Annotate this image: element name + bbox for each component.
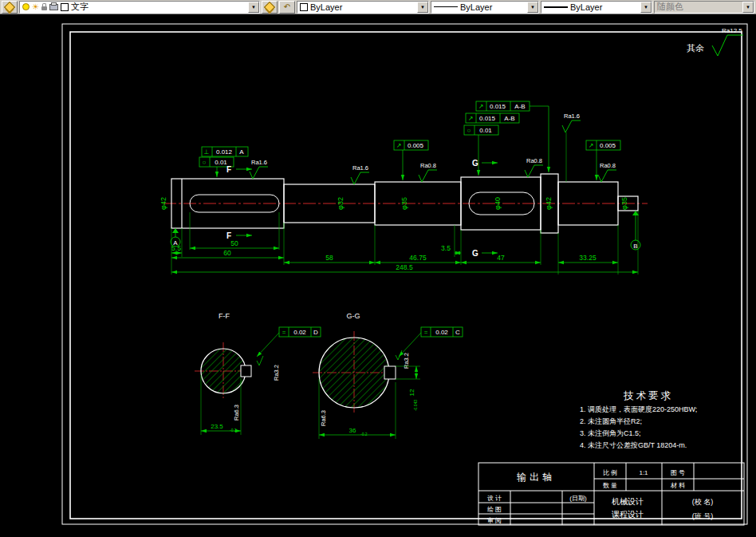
roughness-marks: Ra1.6 Ra1.6 Ra0.8 Ra0.8 Ra1.6	[250, 113, 616, 184]
dia-label-6: φ35	[620, 197, 628, 210]
title-block: 输出轴 比 例 1:1 图 号 数 量 材 料 设 计 (日期) 绘 图 审 阅…	[478, 463, 744, 525]
layer-combo[interactable]: ☀ 文字 ▼	[19, 1, 260, 14]
gdt-value: 0.005	[600, 142, 616, 149]
color-combo-value: ByLayer	[310, 2, 342, 12]
chevron-down-icon[interactable]: ▼	[742, 2, 754, 13]
section-view-gg: G-G = 0.02 C Ra3.2 12 -0.043 36 -0	[313, 312, 463, 439]
gdt-symbol: ○	[203, 159, 207, 166]
ff-tolerance-frame: = 0.02 D	[257, 327, 321, 357]
check-label: 审 阅	[487, 517, 502, 524]
scale-value: 1:1	[639, 469, 648, 476]
lineweight-sample-icon	[544, 6, 568, 8]
svg-text:Ra0.8: Ra0.8	[526, 157, 542, 164]
school-label: (校 名)	[692, 498, 714, 506]
layer-combo-value: 文字	[71, 1, 89, 13]
gdt-value: 0.005	[408, 142, 424, 149]
gdt-symbol: ↗	[589, 142, 594, 149]
ff-dim-label: 23.5	[211, 423, 223, 430]
gdt-symbol: ○	[467, 127, 471, 134]
color-swatch-icon	[300, 3, 308, 11]
svg-text:Ra0.8: Ra0.8	[600, 162, 616, 169]
gdt-value: 0.012	[216, 148, 233, 156]
main-shaft-view: 5.5 50 60 58 46.75 3.5 47 33.25 248.5 φ4…	[159, 101, 648, 274]
linetype-combo[interactable]: ByLayer ▼	[431, 1, 539, 14]
bulb-icon	[22, 3, 30, 10]
date-label: (日期)	[569, 495, 587, 502]
scale-label: 比 例	[603, 469, 617, 476]
datum-a-label: A	[173, 239, 178, 247]
tech-req-item: 3. 未注倒角为C1.5;	[580, 429, 641, 437]
linetype-sample-icon	[434, 6, 458, 7]
dia-label-4: φ40	[494, 197, 502, 210]
lock-icon	[41, 6, 47, 10]
undo-arrow-icon: ↶	[284, 3, 290, 11]
section-view-ff: F-F 23.5 -0.2 = 0.02 D Ra3.2 Ra6.3	[195, 312, 321, 435]
drawing-canvas[interactable]: 其余 Ra12.5	[0, 14, 756, 537]
plot-style-combo[interactable]: 随颜色 ▼	[654, 1, 754, 14]
dim-248-5: 248.5	[396, 263, 413, 271]
gdt-datum-ref: A-B	[504, 115, 514, 122]
layer-properties-button[interactable]	[2, 1, 18, 14]
org-line1: 机械设计	[612, 497, 644, 506]
note-prefix-label: 其余	[687, 43, 704, 53]
tolerance-frame-perp-0012-A: ⊥ 0.012 A	[202, 147, 248, 156]
technical-requirements: 技术要求 1. 调质处理，表面硬度220-250HBW; 2. 未注圆角半径R2…	[580, 390, 697, 449]
dim-33-25: 33.25	[579, 254, 597, 262]
tolerance-frame-runout-0005-right: ↗ 0.005	[586, 140, 620, 150]
ff-face-roughness: Ra6.3	[233, 405, 240, 421]
ff-keyway-roughness: Ra3.2	[273, 365, 280, 381]
lineweight-combo[interactable]: ByLayer ▼	[541, 1, 652, 14]
tolerance-frame-runout-0015-top: ↗ 0.015 A-B	[476, 101, 530, 111]
gdt-value: 0.02	[293, 329, 306, 336]
section-ff-title: F-F	[219, 312, 230, 320]
drawing-svg: 其余 Ra12.5	[0, 14, 756, 537]
layers-icon	[264, 1, 275, 12]
svg-text:Ra1.6: Ra1.6	[564, 113, 580, 120]
tech-req-item: 4. 未注尺寸公差按GB/T 18204-m.	[580, 441, 687, 449]
gg-depth-tol: -0.043	[413, 400, 418, 411]
chevron-down-icon[interactable]: ▼	[417, 2, 428, 13]
note-roughness-label: Ra12.5	[722, 27, 742, 34]
datum-b-label: B	[633, 243, 637, 250]
toolbar: ☀ 文字 ▼ ↶ ByLayer ▼ ByLayer ▼ ByLayer ▼ 随…	[0, 0, 756, 14]
tolerance-frame-runout-0005-mid: ↗ 0.005	[394, 140, 428, 150]
svg-text:Ra1.6: Ra1.6	[352, 164, 368, 172]
section-mark-g-bottom: G	[472, 249, 478, 258]
chevron-down-icon[interactable]: ▼	[527, 2, 538, 13]
tech-req-item: 1. 调质处理，表面硬度220-250HBW;	[580, 405, 697, 413]
chevron-down-icon[interactable]: ▼	[248, 2, 259, 13]
class-label: (班 号)	[692, 512, 714, 520]
lineweight-combo-value: ByLayer	[570, 2, 602, 12]
gg-face-roughness: Ra6.3	[320, 410, 327, 426]
dim-50: 50	[230, 239, 238, 247]
gdt-value: 0.01	[479, 127, 492, 134]
gdt-datum-ref: C	[455, 329, 460, 336]
quantity-label: 数 量	[603, 482, 617, 489]
make-layer-current-button[interactable]	[262, 1, 278, 14]
gdt-value: 0.01	[215, 159, 227, 166]
printer-icon	[49, 4, 58, 10]
gdt-symbol: ⊥	[204, 148, 210, 156]
section-mark-f-bottom: F	[226, 231, 231, 240]
draw-label: 绘 图	[487, 506, 502, 513]
section-mark-g-top: G	[472, 159, 478, 168]
chevron-down-icon[interactable]: ▼	[640, 2, 652, 13]
gg-depth-dimension: 12 -0.043	[396, 366, 420, 411]
dim-46-75: 46.75	[409, 254, 427, 262]
section-mark-f-top: F	[226, 165, 231, 174]
org-line2: 课程设计	[612, 510, 644, 519]
gdt-value: 0.02	[435, 329, 448, 336]
section-gg-title: G-G	[347, 312, 360, 320]
tech-req-title: 技术要求	[623, 390, 673, 401]
svg-text:Ra0.8: Ra0.8	[420, 162, 436, 169]
dia-label-5: φ42	[545, 197, 553, 210]
gg-tolerance-frame: = 0.02 C	[399, 327, 463, 357]
datum-symbols: A B	[171, 211, 640, 250]
gdt-symbol: =	[424, 329, 428, 336]
dim-3-5: 3.5	[441, 244, 451, 252]
dimension-labels: 5.5 50 60 58 46.75 3.5 47 33.25 248.5	[171, 239, 597, 271]
layer-previous-button[interactable]: ↶	[279, 1, 295, 14]
color-combo[interactable]: ByLayer ▼	[297, 1, 429, 14]
dim-47: 47	[497, 254, 505, 262]
tolerance-frame-runout-0015-mid: ↗ 0.015 A-B	[466, 113, 519, 123]
